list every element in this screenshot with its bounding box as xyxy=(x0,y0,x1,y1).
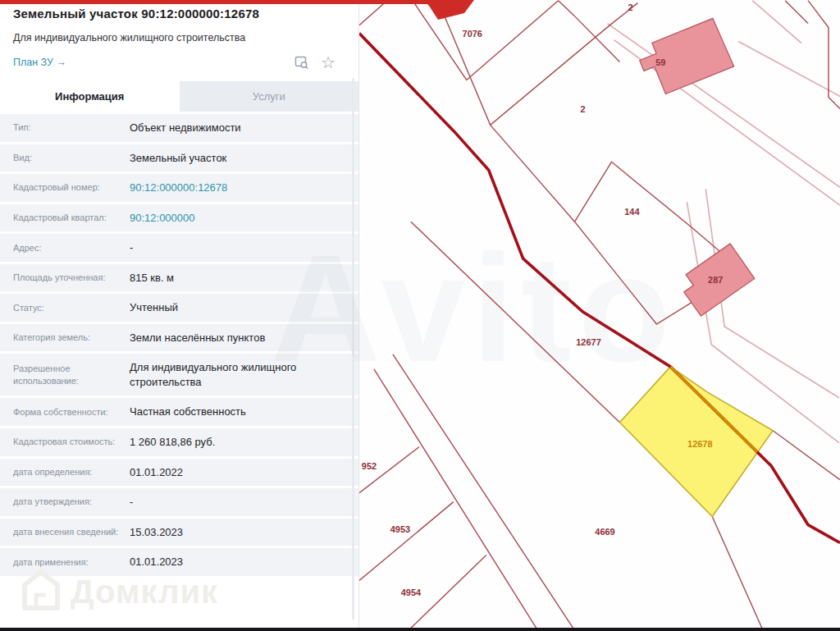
table-row-cadastral-quarter: Кадастровый квартал: 90:12:000000 xyxy=(0,204,358,232)
table-row-determination-date: дата определения: 01.01.2022 xyxy=(0,459,358,487)
map-label-144: 144 xyxy=(624,207,640,217)
plan-preview-icon[interactable] xyxy=(293,53,311,71)
plan-zu-link[interactable]: План ЗУ → xyxy=(13,57,66,68)
panel-actions: ☆ xyxy=(293,53,345,71)
table-row-land-category: Категория земель: Земли населённых пункт… xyxy=(0,324,358,352)
cadastral-number-link[interactable]: 90:12:000000:12678 xyxy=(130,181,237,195)
map-label-7076: 7076 xyxy=(463,29,482,39)
table-row-cadastral-value: Кадастровая стоимость: 1 260 818,86 руб. xyxy=(0,428,358,456)
parcel-info-table: Тип: Объект недвижимости Вид: Земельный … xyxy=(0,114,358,576)
table-row-approval-date: дата утверждения: - xyxy=(0,488,358,516)
plan-row: План ЗУ → ☆ xyxy=(13,53,345,71)
tab-information[interactable]: Информация xyxy=(0,81,180,112)
table-row-address: Адрес: - xyxy=(0,234,358,262)
table-row-entry-date: дата внесения сведений: 15.03.2023 xyxy=(0,519,358,546)
map-label-952: 952 xyxy=(362,461,377,471)
table-row-permitted-use: Разрешенное использование: Для индивидуа… xyxy=(0,354,358,396)
map-label-2-mid: 2 xyxy=(580,104,585,114)
map-label-12677: 12677 xyxy=(576,337,601,347)
table-row-area: Площадь уточненная: 815 кв. м xyxy=(0,264,358,292)
map-label-4669: 4669 xyxy=(595,527,614,537)
table-row-ownership: Форма собственности: Частная собственнос… xyxy=(0,398,358,426)
map-label-59: 59 xyxy=(655,57,665,67)
map-label-4953: 4953 xyxy=(390,524,410,534)
bottom-border xyxy=(0,628,840,631)
panel-tabs: Информация Услуги xyxy=(0,81,358,112)
table-row-kind: Вид: Земельный участок xyxy=(0,144,358,172)
table-row-type: Тип: Объект недвижимости xyxy=(0,114,358,142)
parcel-subtitle: Для индивидуального жилищного строительс… xyxy=(13,32,345,43)
panel-map-divider xyxy=(358,0,359,631)
star-icon[interactable]: ☆ xyxy=(319,53,337,71)
domclick-logo-text: Домклик xyxy=(71,574,218,610)
cadastral-map[interactable]: 7076 2 59 2 144 287 12677 12678 4669 952… xyxy=(359,0,840,631)
map-label-2-top: 2 xyxy=(628,2,632,12)
table-row-cadastral-number: Кадастровый номер: 90:12:000000:12678 xyxy=(0,174,358,202)
parcel-title: Земельный участок 90:12:000000:12678 xyxy=(13,7,345,21)
table-row-status: Статус: Учтенный xyxy=(0,294,358,322)
map-label-287: 287 xyxy=(708,275,723,285)
panel-scrollbar[interactable] xyxy=(352,78,354,620)
map-label-4954: 4954 xyxy=(401,588,422,597)
cadastral-map-app: Земельный участок 90:12:000000:12678 Для… xyxy=(0,0,840,631)
panel-header: Земельный участок 90:12:000000:12678 Для… xyxy=(0,0,358,71)
cadastral-quarter-link[interactable]: 90:12:000000 xyxy=(130,211,205,226)
map-label-12678: 12678 xyxy=(687,439,713,449)
parcel-info-panel: Земельный участок 90:12:000000:12678 Для… xyxy=(0,0,358,631)
tab-services[interactable]: Услуги xyxy=(180,81,359,112)
table-row-application-date: дата применения: 01.01.2023 xyxy=(0,548,358,576)
